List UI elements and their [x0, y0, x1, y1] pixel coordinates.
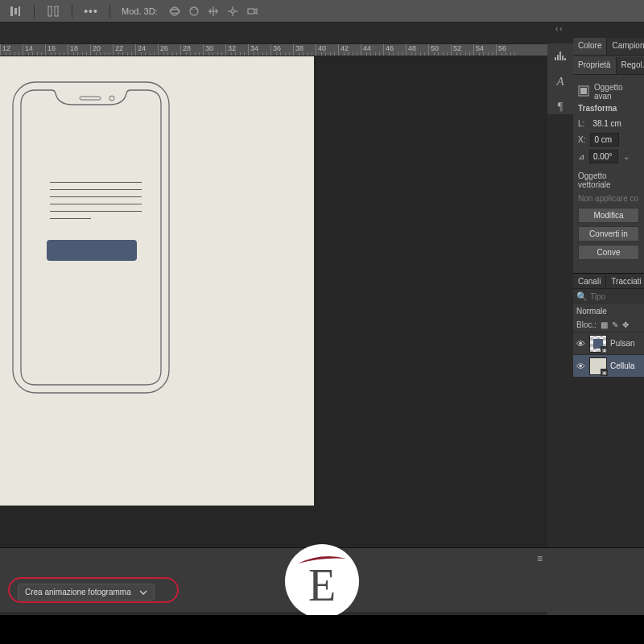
info-panel-tabs: Canali Tracciati: [573, 273, 644, 289]
ruler-tick: 22: [113, 44, 135, 56]
lock-move-icon[interactable]: ✥: [622, 320, 629, 329]
ruler-tick: 44: [361, 44, 383, 56]
tab-colore[interactable]: Colore: [573, 38, 607, 55]
modifica-button[interactable]: Modifica: [578, 208, 639, 223]
layer-row-pulsante[interactable]: 👁 ▣ Pulsan: [573, 332, 644, 354]
width-value[interactable]: 38.1 cm: [589, 118, 625, 130]
angle-dropdown-icon[interactable]: ⌄: [623, 152, 630, 161]
ruler-tick: 56: [496, 44, 518, 56]
visibility-icon[interactable]: 👁: [576, 339, 586, 349]
layer-filter-input[interactable]: [590, 292, 622, 301]
svg-rect-3: [48, 6, 52, 16]
tab-canali[interactable]: Canali: [573, 274, 606, 288]
svg-rect-1: [14, 8, 17, 14]
converti-button[interactable]: Conve: [578, 245, 639, 260]
search-icon: 🔍: [576, 291, 588, 302]
ruler-tick: 18: [68, 44, 90, 56]
width-label: L:: [578, 119, 584, 128]
ruler-tick: 42: [338, 44, 361, 56]
ruler-tick: 54: [473, 44, 496, 56]
paragraph-panel-icon[interactable]: ¶: [553, 100, 568, 114]
svg-rect-14: [564, 58, 566, 60]
canvas-viewport[interactable]: [0, 56, 547, 547]
svg-rect-19: [580, 88, 587, 94]
lock-pixels-icon[interactable]: ▦: [601, 320, 608, 329]
artboard[interactable]: [0, 56, 314, 506]
smart-object-badge-icon: ▣: [601, 346, 608, 353]
ruler-tick: 52: [451, 44, 473, 56]
ruler-tick: 28: [180, 44, 203, 56]
watermark-swoosh-icon: [296, 555, 348, 565]
divider: [109, 5, 110, 18]
collapsed-panel-strip: A ¶: [547, 43, 573, 114]
layer-thumb: ▣: [589, 335, 607, 353]
histogram-panel-icon[interactable]: [553, 48, 568, 63]
camera-icon[interactable]: [246, 6, 258, 17]
mode3d-label: Mod. 3D:: [122, 6, 158, 16]
visibility-icon[interactable]: 👁: [576, 361, 586, 371]
orbit-icon[interactable]: [169, 6, 180, 17]
properties-panel: Oggetto avan Trasforma L: 38.1 cm X: 0 c…: [573, 75, 644, 265]
ruler-tick: 20: [90, 44, 113, 56]
tab-campioni[interactable]: Campion: [607, 38, 644, 55]
pan-icon[interactable]: [208, 6, 219, 17]
watermark-letter: E: [308, 570, 336, 601]
ruler-tick: 34: [248, 44, 270, 56]
ruler-tick: 16: [45, 44, 68, 56]
svg-rect-13: [562, 56, 564, 60]
ruler-tick: 36: [270, 44, 293, 56]
svg-rect-12: [559, 52, 561, 60]
ruler-tick: 24: [135, 44, 158, 56]
tab-tracciati[interactable]: Tracciati: [606, 274, 644, 288]
timeline-menu-icon[interactable]: ≡: [537, 553, 543, 564]
svg-rect-0: [10, 6, 13, 16]
mode3d-icon-group: [169, 6, 258, 17]
bottom-black-strip: [0, 615, 644, 644]
ruler-tick: 32: [225, 44, 248, 56]
layer-thumb: ▣: [589, 357, 607, 375]
angle-icon: ⊿: [578, 152, 584, 161]
color-panel-tabs: Colore Campion: [573, 38, 644, 56]
character-panel-icon[interactable]: A: [553, 74, 568, 89]
svg-rect-10: [555, 57, 556, 60]
svg-rect-4: [55, 6, 58, 16]
converti-in-button[interactable]: Converti in: [578, 226, 639, 242]
phone-mockup-shape: [11, 80, 171, 394]
align-icon[interactable]: [8, 4, 23, 19]
create-frame-animation-button[interactable]: Crea animazione fotogramma: [18, 584, 155, 601]
options-bar: ••• Mod. 3D:: [0, 0, 644, 23]
layer-name[interactable]: Pulsan: [610, 339, 635, 348]
svg-rect-2: [19, 6, 20, 16]
ruler-tick: 26: [158, 44, 180, 56]
lock-label: Bloc.:: [576, 320, 597, 329]
ruler-tick: 14: [23, 44, 45, 56]
rotate-icon[interactable]: [188, 6, 200, 17]
svg-rect-9: [248, 9, 254, 14]
collapse-panels-icon[interactable]: ‹‹: [555, 24, 564, 33]
scale3d-icon[interactable]: [227, 6, 238, 17]
non-applicare-label: Non applicare co: [578, 194, 639, 203]
trasforma-section-title: Trasforma: [578, 104, 639, 113]
ruler-tick: 40: [316, 44, 338, 56]
tab-proprieta[interactable]: Proprietà: [573, 57, 617, 74]
layer-lock-row: Bloc.: ▦ ✎ ✥: [573, 318, 644, 332]
more-options-icon[interactable]: •••: [84, 4, 98, 19]
divider: [34, 5, 35, 18]
blend-mode-select[interactable]: Normale: [573, 304, 644, 318]
layer-name[interactable]: Cellula: [610, 361, 635, 370]
lock-brush-icon[interactable]: ✎: [612, 320, 618, 329]
button-shape-layer[interactable]: [47, 240, 137, 261]
smart-object-label: Oggetto avan: [594, 83, 639, 101]
layer-filter-row: 🔍: [573, 289, 644, 304]
panel-bottom-fill: [547, 547, 644, 615]
smart-object-icon: [578, 85, 589, 98]
svg-point-6: [170, 9, 180, 13]
smart-object-badge-icon: ▣: [601, 369, 608, 376]
distribute-icon[interactable]: [46, 4, 60, 19]
divider: [72, 5, 72, 18]
x-value[interactable]: 0 cm: [590, 133, 619, 147]
layer-row-cellulare[interactable]: 👁 ▣ Cellula: [573, 354, 644, 377]
angle-value[interactable]: 0.00°: [589, 150, 618, 163]
ruler-tick: 46: [383, 44, 406, 56]
tab-regolazioni[interactable]: Regol.: [617, 57, 644, 74]
